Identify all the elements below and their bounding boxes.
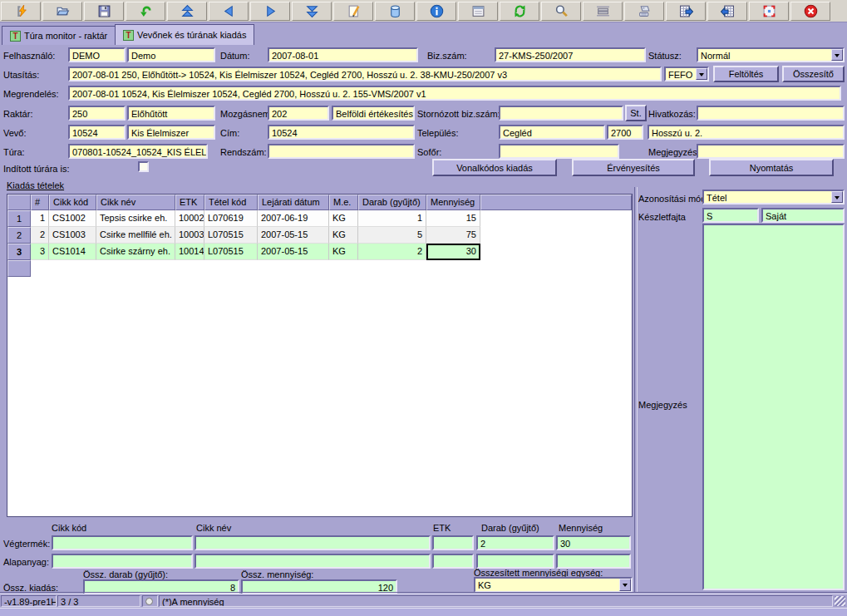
- first-button[interactable]: [167, 2, 207, 21]
- vegtermek-mennyiseg-field[interactable]: 30: [556, 535, 631, 550]
- utca-field[interactable]: Hosszú u. 2.: [648, 125, 845, 140]
- grid-cell[interactable]: KG: [329, 210, 358, 227]
- grid-cell[interactable]: 10014: [175, 244, 204, 260]
- device-button[interactable]: [624, 2, 664, 21]
- raktar-name-field[interactable]: Előhűtött: [127, 106, 215, 121]
- nyomtatas-button[interactable]: Nyomtatás: [709, 159, 834, 176]
- st-button[interactable]: St.: [625, 105, 647, 121]
- keszletfajta-code-field[interactable]: S: [702, 208, 759, 223]
- undo-button[interactable]: [126, 2, 165, 21]
- grid-cell[interactable]: 30: [426, 244, 480, 260]
- alapanyag-etk-field[interactable]: [432, 554, 474, 569]
- grid-cell[interactable]: Csirke szárny eh.: [96, 244, 175, 260]
- grid-cell[interactable]: 75: [426, 227, 480, 244]
- osszesito-button[interactable]: Összesítő: [782, 66, 845, 82]
- side-megjegyzes-textarea[interactable]: [702, 224, 845, 590]
- feltoltes-button[interactable]: Feltöltés: [713, 66, 779, 82]
- grid-cell[interactable]: Csirke mellfilé eh.: [96, 227, 175, 244]
- grid-cell[interactable]: 2: [358, 244, 426, 260]
- grid-cell[interactable]: 10003: [175, 227, 204, 244]
- open-button[interactable]: [42, 2, 82, 21]
- grid-cell[interactable]: 3: [31, 244, 49, 260]
- search-button[interactable]: [541, 2, 581, 21]
- dropdown-arrow-icon[interactable]: [619, 579, 631, 591]
- megrendeles-field[interactable]: 2007-08-01 10524, Kis Élelmiszer 10524, …: [68, 86, 841, 101]
- egyseg-combo[interactable]: KG: [474, 577, 633, 593]
- resize-grip[interactable]: [835, 596, 845, 606]
- alapanyag-cikk-kod-field[interactable]: [52, 554, 193, 569]
- megjegyzes-field[interactable]: [697, 144, 845, 159]
- grid-cell[interactable]: L070515: [204, 227, 258, 244]
- grid-cell[interactable]: KG: [329, 244, 358, 260]
- exit-button[interactable]: [790, 2, 830, 21]
- report-band-button[interactable]: [583, 2, 623, 21]
- dropdown-arrow-icon[interactable]: [831, 49, 843, 61]
- grid-cell[interactable]: CS1003: [49, 227, 96, 244]
- bizszam-field[interactable]: 27-KMS-250/2007: [495, 47, 646, 62]
- grid-cell[interactable]: 15: [426, 210, 480, 227]
- keszletfajta-name-field[interactable]: Saját: [761, 208, 845, 223]
- raktar-code-field[interactable]: 250: [68, 106, 126, 121]
- iranyitoszam-field[interactable]: 2700: [607, 125, 643, 140]
- grid-row-header[interactable]: 3: [7, 244, 31, 260]
- last-button[interactable]: [292, 2, 332, 21]
- grid-cell[interactable]: Tepsis csirke eh.: [96, 210, 175, 227]
- table-import-button[interactable]: [707, 2, 747, 21]
- grid-row-header[interactable]: 2: [7, 227, 31, 244]
- dropdown-arrow-icon[interactable]: [831, 191, 843, 203]
- alapanyag-cikk-nev-field[interactable]: [195, 554, 431, 569]
- fefo-combo[interactable]: FEFO: [664, 67, 709, 81]
- edit-button[interactable]: [333, 2, 373, 21]
- previous-button[interactable]: [209, 2, 249, 21]
- grid-cell[interactable]: CS1014: [49, 244, 96, 260]
- telepules-field[interactable]: Cegléd: [499, 125, 605, 140]
- save-button[interactable]: [84, 2, 124, 21]
- grid-cell[interactable]: L070619: [204, 210, 258, 227]
- hivatkozas-field[interactable]: [697, 106, 845, 121]
- grid-cell[interactable]: 1: [31, 210, 49, 227]
- alapanyag-mennyiseg-field[interactable]: [556, 554, 631, 569]
- tab-tura-monitor[interactable]: T Túra monitor - raktár: [2, 26, 116, 45]
- vegtermek-etk-field[interactable]: [432, 535, 474, 550]
- statusz-combo[interactable]: Normál: [697, 47, 845, 62]
- grid-cell[interactable]: 2007-06-19: [258, 210, 329, 227]
- dropdown-arrow-icon[interactable]: [696, 68, 707, 80]
- table-export-button[interactable]: [666, 2, 706, 21]
- vevo-code-field[interactable]: 10524: [68, 125, 126, 140]
- felhasznalo-code-field[interactable]: DEMO: [68, 47, 126, 62]
- grid-cell[interactable]: 10002: [175, 210, 204, 227]
- info-button[interactable]: [416, 2, 456, 21]
- refresh-button[interactable]: [500, 2, 539, 21]
- rendszam-field[interactable]: [268, 144, 415, 159]
- vegtermek-cikk-kod-field[interactable]: [52, 535, 193, 550]
- felhasznalo-name-field[interactable]: Demo: [127, 47, 215, 62]
- mozgasnem-name-field[interactable]: Belföldi értékesítés: [332, 106, 415, 121]
- vonalkodos-kiadas-button[interactable]: Vonalkódos kiadás: [432, 159, 557, 176]
- execute-button[interactable]: [1, 2, 41, 21]
- tab-vevonek-kiadas[interactable]: T Vevőnek és túrának kiadás: [115, 24, 254, 45]
- window-button[interactable]: [458, 2, 498, 21]
- mozgasnem-code-field[interactable]: 202: [268, 106, 329, 121]
- datum-field[interactable]: 2007-08-01: [268, 47, 418, 62]
- database-button[interactable]: [375, 2, 415, 21]
- cim-field[interactable]: 10524: [268, 125, 415, 140]
- grid-cell[interactable]: KG: [329, 227, 358, 244]
- grid-row-header[interactable]: 1: [7, 210, 31, 227]
- vegtermek-cikk-nev-field[interactable]: [195, 535, 431, 550]
- stornozott-field[interactable]: [499, 106, 623, 121]
- vegtermek-darab-field[interactable]: 2: [476, 535, 554, 550]
- vevo-name-field[interactable]: Kis Élelmiszer: [127, 125, 215, 140]
- grid-cell[interactable]: 2: [31, 227, 49, 244]
- azonositasi-mod-combo[interactable]: Tétel: [702, 190, 845, 205]
- grid-cell[interactable]: 2007-05-15: [258, 227, 329, 244]
- ervenyesites-button[interactable]: Érvényesítés: [572, 159, 695, 176]
- tura-field[interactable]: 070801-10524_10524_KIS ÉLELMIS: [68, 144, 208, 159]
- grid-cell[interactable]: CS1002: [49, 210, 96, 227]
- sofor-field[interactable]: [499, 144, 619, 159]
- utasitas-field[interactable]: 2007-08-01 250, Előhűtött-> 10524, Kis É…: [68, 67, 662, 81]
- inditott-checkbox[interactable]: [138, 161, 149, 172]
- grid-cell[interactable]: 5: [358, 227, 426, 244]
- grid-cell[interactable]: L070515: [204, 244, 258, 260]
- next-button[interactable]: [250, 2, 290, 21]
- alapanyag-darab-field[interactable]: [476, 554, 554, 569]
